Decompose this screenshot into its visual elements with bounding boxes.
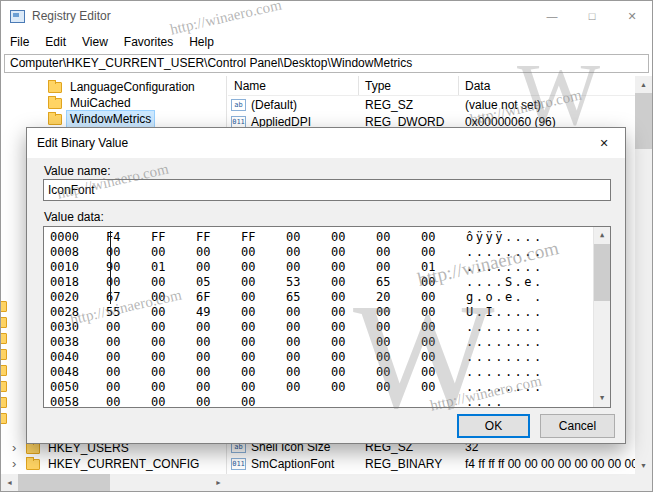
hex-byte[interactable]: 00 — [151, 395, 196, 408]
registry-value-row[interactable]: ab(Default)REG_SZ(value not set) — [228, 96, 635, 113]
hex-byte[interactable]: FF — [241, 230, 286, 245]
value-data-hex-editor[interactable]: 0000F4FFFFFF00000000ôÿÿÿ....000800000000… — [43, 226, 611, 408]
hex-byte[interactable]: 65 — [286, 290, 331, 305]
hex-byte[interactable]: 00 — [286, 335, 331, 350]
hex-byte[interactable]: 00 — [331, 380, 376, 395]
hex-row[interactable]: 00480000000000000000........ — [44, 365, 610, 380]
hex-byte[interactable]: 00 — [331, 350, 376, 365]
ok-button[interactable]: OK — [457, 414, 530, 438]
hex-byte[interactable]: 00 — [376, 230, 421, 245]
hex-byte[interactable]: 00 — [106, 350, 151, 365]
hex-byte[interactable]: 00 — [196, 260, 241, 275]
hex-row[interactable]: 00109001000000000001........ — [44, 260, 610, 275]
hex-row[interactable]: 00380000000000000000........ — [44, 335, 610, 350]
hex-byte[interactable]: 00 — [286, 365, 331, 380]
hex-byte[interactable]: 00 — [196, 335, 241, 350]
hex-byte[interactable]: 00 — [376, 380, 421, 395]
hex-byte[interactable]: 00 — [241, 350, 286, 365]
scroll-down-icon[interactable]: ▼ — [635, 457, 652, 474]
hex-row[interactable]: 00080000000000000000........ — [44, 245, 610, 260]
hex-byte[interactable]: 65 — [376, 275, 421, 290]
hex-byte[interactable]: 00 — [421, 380, 466, 395]
hex-byte[interactable]: F4 — [106, 230, 151, 245]
hex-byte[interactable]: 00 — [376, 245, 421, 260]
hex-byte[interactable]: 00 — [421, 275, 466, 290]
hex-byte[interactable]: 00 — [331, 260, 376, 275]
tree-item-hkey-current-config[interactable]: ›HKEY_CURRENT_CONFIG — [1, 456, 226, 472]
scroll-down-icon[interactable]: ▼ — [594, 390, 610, 407]
hex-byte[interactable]: 00 — [196, 380, 241, 395]
hex-byte[interactable]: 00 — [241, 380, 286, 395]
hex-byte[interactable]: 00 — [106, 275, 151, 290]
hex-row[interactable]: 002067006F0065002000g.o.e. . — [44, 290, 610, 305]
hex-row[interactable]: 00400000000000000000........ — [44, 350, 610, 365]
hex-byte[interactable]: 00 — [241, 290, 286, 305]
column-header-name[interactable]: Name — [228, 76, 359, 95]
scroll-up-icon[interactable]: ▲ — [594, 227, 610, 244]
hex-byte[interactable]: 00 — [421, 350, 466, 365]
chevron-right-icon[interactable]: › — [12, 442, 24, 454]
hex-byte[interactable]: 00 — [196, 365, 241, 380]
hex-byte[interactable]: 00 — [286, 230, 331, 245]
hex-row[interactable]: 00300000000000000000........ — [44, 320, 610, 335]
column-header-type[interactable]: Type — [359, 76, 459, 95]
hex-byte[interactable]: 00 — [151, 350, 196, 365]
hex-byte[interactable]: 00 — [106, 245, 151, 260]
hex-byte[interactable]: 00 — [196, 320, 241, 335]
hex-byte[interactable]: 00 — [331, 305, 376, 320]
hex-byte[interactable]: 00 — [106, 365, 151, 380]
hex-byte[interactable]: 6F — [196, 290, 241, 305]
vertical-scrollbar[interactable]: ▲ ▼ — [635, 76, 652, 474]
hex-byte[interactable]: 00 — [421, 305, 466, 320]
hex-byte[interactable]: 00 — [106, 335, 151, 350]
hex-byte[interactable]: 55 — [106, 305, 151, 320]
hex-byte[interactable]: 00 — [331, 335, 376, 350]
hex-byte[interactable]: 53 — [286, 275, 331, 290]
hex-byte[interactable]: 00 — [106, 320, 151, 335]
hex-byte[interactable]: 00 — [241, 320, 286, 335]
hex-byte[interactable]: 00 — [421, 245, 466, 260]
hex-byte[interactable]: 00 — [151, 335, 196, 350]
hex-byte[interactable]: 00 — [151, 380, 196, 395]
hex-byte[interactable]: 00 — [241, 275, 286, 290]
hex-byte[interactable]: 00 — [331, 320, 376, 335]
hex-byte[interactable]: 00 — [241, 335, 286, 350]
hex-byte[interactable]: 00 — [286, 320, 331, 335]
menu-item-help[interactable]: Help — [181, 33, 222, 51]
hex-byte[interactable]: 00 — [196, 350, 241, 365]
menu-item-edit[interactable]: Edit — [37, 33, 74, 51]
hex-byte[interactable]: 90 — [106, 260, 151, 275]
hex-editor-scrollbar[interactable]: ▲ ▼ — [593, 227, 610, 407]
hex-byte[interactable]: 00 — [286, 260, 331, 275]
hex-byte[interactable]: 49 — [196, 305, 241, 320]
hex-byte[interactable]: 00 — [331, 290, 376, 305]
scroll-left-icon[interactable]: ◄ — [1, 474, 18, 491]
hex-byte[interactable]: 00 — [376, 365, 421, 380]
hex-byte[interactable]: 00 — [151, 320, 196, 335]
hex-byte[interactable]: 00 — [151, 305, 196, 320]
cancel-button[interactable]: Cancel — [540, 414, 615, 438]
menu-item-view[interactable]: View — [74, 33, 116, 51]
hex-byte[interactable]: FF — [196, 230, 241, 245]
address-input[interactable]: Computer\HKEY_CURRENT_USER\Control Panel… — [4, 54, 649, 73]
hex-byte[interactable]: 00 — [421, 290, 466, 305]
hex-byte[interactable]: 00 — [286, 245, 331, 260]
hex-byte[interactable]: 67 — [106, 290, 151, 305]
hex-byte[interactable]: 00 — [196, 395, 241, 408]
hex-row[interactable]: 005800000000.... — [44, 395, 610, 408]
hex-byte[interactable]: 00 — [421, 335, 466, 350]
hex-byte[interactable]: 00 — [106, 395, 151, 408]
hex-row[interactable]: 00180000050053006500....S.e. — [44, 275, 610, 290]
tree-item-windowmetrics[interactable]: WindowMetrics — [1, 111, 226, 127]
hex-byte[interactable]: 01 — [151, 260, 196, 275]
hex-byte[interactable]: 00 — [286, 380, 331, 395]
hex-byte[interactable]: 00 — [376, 320, 421, 335]
hex-byte[interactable]: 00 — [376, 335, 421, 350]
hex-byte[interactable]: 00 — [421, 320, 466, 335]
close-button[interactable]: ✕ — [612, 1, 652, 31]
hex-byte[interactable]: 00 — [331, 230, 376, 245]
menu-item-file[interactable]: File — [2, 33, 37, 51]
hex-byte[interactable]: 00 — [151, 290, 196, 305]
scrollbar-thumb[interactable] — [635, 93, 652, 149]
minimize-button[interactable]: — — [532, 1, 572, 31]
